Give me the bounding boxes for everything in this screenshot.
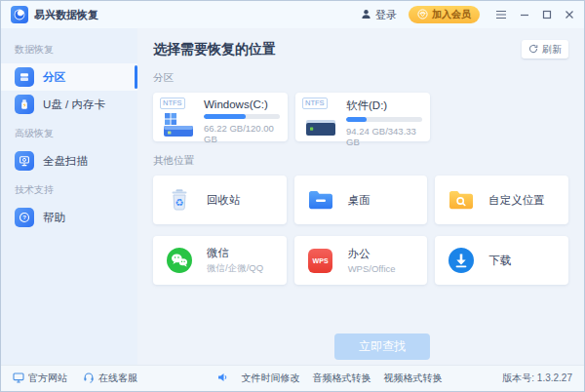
statusbar: 官方网站 在线客服 bbox=[1, 365, 584, 391]
location-sublabel: 微信/企微/QQ bbox=[207, 262, 263, 275]
video-convert-link[interactable]: 视频格式转换 bbox=[384, 372, 443, 385]
location-label: 办公 bbox=[348, 247, 396, 261]
diamond-icon bbox=[417, 9, 428, 21]
drive-card-software-d[interactable]: NTFS 软件(D:) 94.24 GB/343.33 GB bbox=[295, 93, 430, 141]
section-label-other-locations: 其他位置 bbox=[153, 154, 568, 168]
membership-label: 加入会员 bbox=[432, 8, 471, 21]
sidebar-item-label: 帮助 bbox=[43, 211, 65, 225]
sidebar-item-usb-memory-card[interactable]: U盘 / 内存卡 bbox=[1, 91, 137, 118]
official-website-link[interactable]: 官方网站 bbox=[13, 372, 67, 385]
sidebar: 数据恢复 分区 U盘 / 内存卡 bbox=[1, 28, 137, 365]
hard-drive-icon bbox=[304, 112, 337, 142]
announcement-speaker-icon bbox=[217, 372, 229, 385]
capacity-progress-fill bbox=[204, 114, 246, 119]
usb-drive-icon bbox=[15, 95, 34, 114]
recycle-bin-icon: ♻ bbox=[166, 186, 193, 214]
capacity-progressbar bbox=[204, 114, 280, 119]
audio-convert-link[interactable]: 音频格式转换 bbox=[313, 372, 371, 385]
headset-icon bbox=[83, 372, 95, 385]
drive-name: 软件(D:) bbox=[346, 98, 422, 113]
drive-name: Windows(C:) bbox=[204, 98, 280, 110]
filesystem-badge: NTFS bbox=[160, 98, 185, 109]
sidebar-item-label: 分区 bbox=[43, 70, 65, 85]
wechat-icon bbox=[166, 247, 193, 274]
wps-icon-text: WPS bbox=[308, 249, 332, 273]
desktop-folder-icon bbox=[307, 186, 334, 214]
drive-grid: NTFS Windows(C:) bbox=[153, 93, 568, 141]
location-card-desktop[interactable]: 桌面 bbox=[294, 176, 428, 224]
location-card-custom[interactable]: 自定义位置 bbox=[435, 176, 568, 224]
search-now-button[interactable]: 立即查找 bbox=[334, 333, 430, 360]
refresh-label: 刷新 bbox=[542, 43, 562, 57]
capacity-progress-fill bbox=[346, 117, 367, 122]
drive-card-windows-c[interactable]: NTFS Windows(C:) bbox=[153, 93, 288, 141]
online-support-link[interactable]: 在线客服 bbox=[83, 372, 137, 385]
drive-capacity: 66.22 GB/120.00 GB bbox=[204, 123, 280, 144]
refresh-button[interactable]: 刷新 bbox=[522, 40, 568, 59]
wps-office-icon: WPS bbox=[307, 247, 334, 274]
online-support-label: 在线客服 bbox=[98, 372, 137, 385]
capacity-progressbar bbox=[346, 117, 422, 122]
sidebar-item-label: 全盘扫描 bbox=[43, 154, 88, 169]
download-icon bbox=[448, 247, 475, 274]
monitor-icon bbox=[13, 372, 24, 385]
section-label-partition: 分区 bbox=[153, 71, 568, 85]
location-label: 下载 bbox=[488, 254, 511, 268]
full-scan-icon bbox=[15, 151, 34, 171]
filesystem-badge: NTFS bbox=[302, 98, 328, 109]
file-time-modify-link[interactable]: 文件时间修改 bbox=[242, 372, 300, 385]
location-label: 回收站 bbox=[207, 193, 241, 208]
sidebar-item-label: U盘 / 内存卡 bbox=[43, 98, 105, 112]
location-sublabel: WPS/Office bbox=[348, 263, 396, 274]
sidebar-item-help[interactable]: ? 帮助 bbox=[1, 204, 137, 231]
location-label: 桌面 bbox=[348, 193, 370, 208]
help-icon: ? bbox=[15, 208, 34, 227]
drive-capacity: 94.24 GB/343.33 GB bbox=[346, 126, 422, 147]
menu-icon[interactable] bbox=[495, 10, 507, 20]
svg-text:♻: ♻ bbox=[176, 197, 184, 208]
login-label: 登录 bbox=[375, 8, 397, 22]
location-card-recycle-bin[interactable]: ♻ 回收站 bbox=[153, 176, 287, 224]
main-content: 选择需要恢复的位置 刷新 分区 NTFS bbox=[137, 28, 584, 365]
page-title: 选择需要恢复的位置 bbox=[153, 41, 276, 59]
location-label: 自定义位置 bbox=[488, 193, 545, 208]
app-logo-icon bbox=[11, 6, 28, 23]
sidebar-section-support: 技术支持 bbox=[1, 175, 137, 204]
refresh-icon bbox=[528, 44, 538, 56]
app-title: 易兴数据恢复 bbox=[34, 8, 98, 22]
custom-location-folder-icon bbox=[448, 186, 475, 214]
svg-text:?: ? bbox=[22, 215, 26, 220]
location-card-download[interactable]: 下载 bbox=[435, 236, 568, 285]
join-membership-button[interactable]: 加入会员 bbox=[409, 6, 480, 23]
user-icon bbox=[361, 9, 371, 21]
sidebar-section-data-recovery: 数据恢复 bbox=[1, 34, 137, 63]
partition-icon bbox=[15, 67, 34, 87]
version-label: 版本号: 1.3.2.27 bbox=[502, 372, 572, 385]
location-label: 微信 bbox=[207, 246, 263, 260]
location-card-wechat[interactable]: 微信 微信/企微/QQ bbox=[153, 236, 287, 285]
app-window: 易兴数据恢复 登录 加入会员 bbox=[0, 0, 585, 392]
windows-drive-icon bbox=[162, 112, 195, 142]
login-button[interactable]: 登录 bbox=[361, 8, 397, 22]
sidebar-item-partition[interactable]: 分区 bbox=[1, 63, 137, 91]
location-grid: ♻ 回收站 bbox=[153, 176, 568, 285]
official-website-label: 官方网站 bbox=[28, 372, 67, 385]
minimize-button[interactable] bbox=[520, 10, 529, 20]
sidebar-section-advanced: 高级恢复 bbox=[1, 118, 137, 147]
sidebar-item-full-scan[interactable]: 全盘扫描 bbox=[1, 147, 137, 175]
maximize-button[interactable] bbox=[542, 10, 552, 20]
titlebar: 易兴数据恢复 登录 加入会员 bbox=[1, 1, 584, 28]
location-card-office[interactable]: WPS 办公 WPS/Office bbox=[294, 236, 428, 285]
close-button[interactable] bbox=[565, 10, 574, 20]
